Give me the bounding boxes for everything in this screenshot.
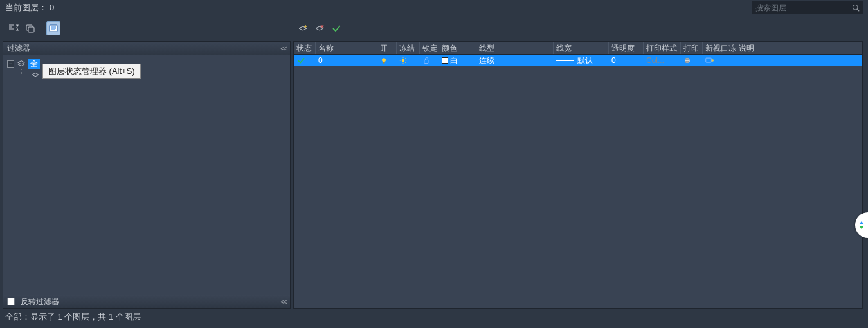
cell-vpfreeze[interactable] (703, 57, 736, 64)
cell-lock[interactable] (420, 57, 439, 64)
col-freeze[interactable]: 冻结 (397, 42, 420, 54)
current-layer-display: 当前图层： 0 (5, 2, 54, 14)
tooltip-layer-states: 图层状态管理器 (Alt+S) (42, 64, 141, 79)
vp-freeze-icon (705, 57, 714, 64)
color-swatch-icon (442, 57, 448, 64)
toolbar-right (291, 15, 868, 41)
delete-layer-icon (314, 23, 325, 33)
filter-panel-header[interactable]: 过滤器 << (3, 41, 291, 55)
search-layers-box[interactable] (752, 1, 863, 14)
filter-tree[interactable]: − 全 所有已使用的图层 (3, 55, 291, 295)
col-vpfreeze[interactable]: 新视口冻 (703, 42, 736, 54)
new-layer-button[interactable] (296, 21, 310, 35)
cell-name[interactable]: 0 (316, 56, 377, 65)
filter-panel-title: 过滤器 (7, 43, 30, 54)
cell-freeze[interactable] (397, 57, 420, 64)
invert-filter-checkbox[interactable] (7, 298, 15, 305)
svg-rect-21 (424, 60, 428, 63)
status-text: 全部：显示了 1 个图层，共 1 个图层 (5, 311, 141, 323)
collapse-icon[interactable]: << (280, 44, 286, 52)
current-check-icon (296, 56, 305, 65)
main-area: 过滤器 << − 全 所有已使用的图层 反转 (0, 41, 868, 309)
col-linetype[interactable]: 线型 (476, 42, 554, 54)
tooltip-text: 图层状态管理器 (Alt+S) (48, 66, 135, 76)
col-lock[interactable]: 锁定 (420, 42, 439, 54)
top-bar: 当前图层： 0 (0, 0, 868, 15)
search-icon (852, 4, 860, 12)
layers-group-icon (25, 23, 35, 33)
layer-group-button[interactable] (23, 21, 37, 35)
col-name[interactable]: 名称 (316, 42, 377, 54)
cell-color-text: 白 (450, 55, 458, 66)
layer-list-panel: 状态 名称 开 冻结 锁定 颜色 线型 线宽 透明度 打印样式 打印 新视口冻 … (293, 41, 863, 309)
col-lineweight[interactable]: 线宽 (554, 42, 609, 54)
layer-table: 状态 名称 开 冻结 锁定 颜色 线型 线宽 透明度 打印样式 打印 新视口冻 … (293, 41, 863, 309)
arrow-down-icon (859, 226, 864, 229)
col-on[interactable]: 开 (377, 42, 397, 54)
layers-icon (31, 71, 40, 80)
col-transparency[interactable]: 透明度 (609, 42, 644, 54)
svg-line-1 (857, 9, 859, 11)
layer-states-icon (48, 23, 59, 33)
layer-filter-button[interactable] (6, 21, 21, 35)
current-layer-value: 0 (50, 3, 54, 12)
cell-on[interactable] (377, 57, 397, 64)
svg-line-18 (405, 62, 406, 63)
svg-rect-23 (686, 58, 689, 59)
tree-root-label[interactable]: 全 (28, 59, 40, 69)
table-header: 状态 名称 开 冻结 锁定 颜色 线型 线宽 透明度 打印样式 打印 新视口冻 … (294, 42, 862, 55)
arrow-up-icon (859, 221, 864, 224)
svg-line-17 (401, 58, 401, 59)
check-icon (331, 23, 341, 33)
cell-transparency[interactable]: 0 (609, 56, 644, 65)
new-layer-icon (298, 23, 308, 33)
lineweight-icon (556, 60, 574, 61)
cell-lineweight-text: 默认 (577, 55, 593, 66)
set-current-button[interactable] (329, 21, 343, 35)
collapse-footer-icon[interactable]: << (280, 298, 286, 305)
svg-point-10 (382, 58, 386, 62)
svg-point-12 (402, 59, 405, 62)
delete-layer-button[interactable] (312, 21, 327, 35)
cell-plot[interactable] (681, 57, 703, 64)
cell-linetype[interactable]: 连续 (476, 55, 554, 66)
col-plotstyle[interactable]: 打印样式 (644, 42, 681, 54)
sun-icon (399, 57, 407, 64)
bulb-on-icon (380, 57, 388, 64)
toolbar (0, 15, 868, 41)
cell-lineweight[interactable]: 默认 (554, 55, 609, 66)
svg-rect-25 (706, 58, 712, 62)
col-color[interactable]: 颜色 (439, 42, 476, 54)
invert-filter-label: 反转过滤器 (21, 297, 59, 306)
unlock-icon (422, 57, 430, 64)
cell-status[interactable] (294, 56, 316, 65)
col-plot[interactable]: 打印 (681, 42, 703, 54)
tree-connector-icon (21, 69, 28, 75)
filter-panel-footer: 反转过滤器 << (3, 295, 291, 309)
svg-line-19 (401, 62, 401, 63)
expander-icon[interactable]: − (7, 60, 14, 68)
svg-rect-24 (686, 62, 689, 63)
layers-stack-icon (17, 59, 26, 68)
svg-rect-3 (28, 27, 34, 32)
col-status[interactable]: 状态 (294, 42, 316, 54)
cell-plotstyle[interactable]: Col... (644, 56, 681, 65)
svg-point-0 (853, 5, 858, 10)
svg-line-20 (405, 58, 406, 59)
printer-icon (683, 57, 691, 64)
filter-panel: 过滤器 << − 全 所有已使用的图层 反转 (3, 41, 291, 309)
filter-icon (8, 23, 19, 33)
col-description[interactable]: 说明 (736, 42, 800, 54)
table-row[interactable]: 0 白 连续 默认 0 (294, 55, 862, 66)
invert-filter-wrapper[interactable]: 反转过滤器 (7, 296, 59, 307)
cell-color[interactable]: 白 (439, 55, 476, 66)
svg-rect-11 (383, 62, 385, 63)
toolbar-left (0, 15, 291, 41)
search-layers-input[interactable] (755, 3, 845, 12)
status-bar: 全部：显示了 1 个图层，共 1 个图层 (0, 309, 868, 324)
layer-states-manager-button[interactable] (46, 21, 60, 35)
current-layer-label: 当前图层： (5, 2, 47, 14)
